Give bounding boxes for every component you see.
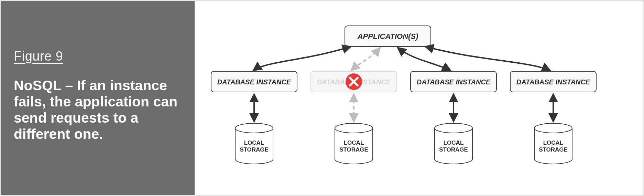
caption-panel: Figure 9 NoSQL – If an instance fails, t… [1, 1, 195, 195]
connector-app-db1 [253, 47, 351, 71]
storage-label-line2: STORAGE [439, 146, 468, 153]
storage-label-line2: STORAGE [539, 146, 568, 153]
storage-label-line1: LOCAL [244, 140, 264, 146]
db-instance-4: DATABASE INSTANCE [510, 71, 596, 92]
storage-label-line2: STORAGE [240, 146, 269, 153]
applications-label: APPLICATION(S) [357, 32, 418, 41]
applications-box: APPLICATION(S) [345, 26, 431, 47]
svg-point-8 [435, 123, 472, 133]
error-icon [346, 73, 362, 90]
local-storage-2: LOCAL STORAGE [335, 123, 373, 164]
storage-label-line1: LOCAL [444, 140, 464, 146]
local-storage-3: LOCAL STORAGE [435, 123, 472, 164]
db-instance-1: DATABASE INSTANCE [211, 71, 297, 92]
connector-app-db2-failed [351, 48, 380, 71]
db-instance-4-label: DATABASE INSTANCE [516, 78, 590, 86]
db-instance-3: DATABASE INSTANCE [411, 71, 496, 92]
db-instance-3-label: DATABASE INSTANCE [417, 78, 491, 86]
db-instance-1-label: DATABASE INSTANCE [217, 78, 291, 86]
svg-point-7 [335, 123, 373, 133]
local-storage-1: LOCAL STORAGE [235, 123, 273, 164]
figure-frame: Figure 9 NoSQL – If an instance fails, t… [0, 0, 644, 196]
svg-point-6 [235, 123, 273, 133]
db-instance-2-failed: DATABASE INSTANCE [311, 71, 397, 92]
svg-point-9 [534, 123, 572, 133]
diagram-panel: APPLICATION(S) DATABASE INSTANCE DATABAS… [195, 1, 643, 195]
figure-headline: NoSQL – If an instance fails, the applic… [14, 78, 182, 143]
storage-label-line1: LOCAL [543, 140, 564, 146]
architecture-diagram: APPLICATION(S) DATABASE INSTANCE DATABAS… [195, 1, 644, 195]
local-storage-4: LOCAL STORAGE [534, 123, 572, 164]
storage-label-line2: STORAGE [339, 146, 368, 153]
storage-label-line1: LOCAL [344, 140, 364, 146]
figure-number: Figure 9 [14, 49, 182, 64]
